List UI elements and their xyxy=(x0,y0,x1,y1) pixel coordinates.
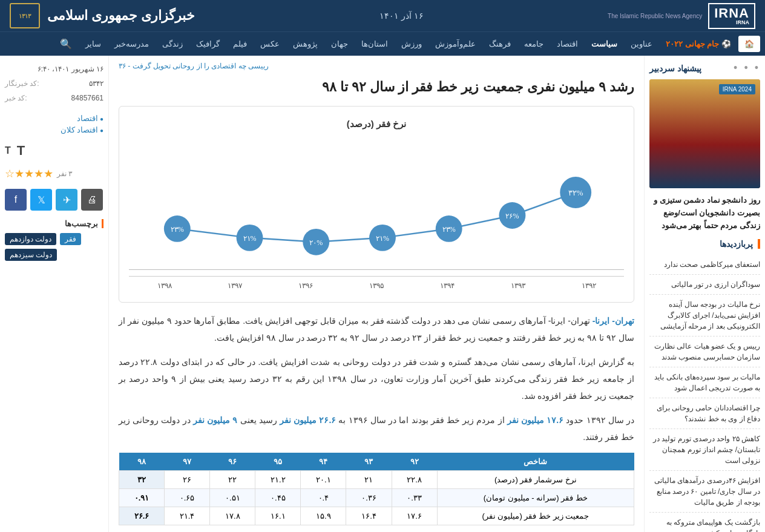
article-body2: در سال ۱۳۹۲ حدود ۱۷.۶ میلیون نفر از مردم… xyxy=(119,412,634,445)
table-cell: ۲۰.۱ xyxy=(301,471,346,489)
table-header: شاخص xyxy=(437,453,634,471)
list-item[interactable]: نرخ مالیات در بودجه سال آینده افزایش نمی… xyxy=(649,295,760,337)
table-cell: ۲۶ xyxy=(165,471,210,489)
list-item[interactable]: سوداگران ارزی در تور مالیاتی xyxy=(649,275,760,295)
search-icon[interactable]: 🔍 xyxy=(54,34,78,53)
nav-politics[interactable]: سیاست xyxy=(585,36,623,52)
list-item[interactable]: بازگشت یک هواپیمای متروکه به ناوگان هوای… xyxy=(649,513,760,532)
meta-info: ۱۶ شهریور ۱۴۰۱، ۶:۴۰ ۵۳۴۲ :کد خبرنگار 84… xyxy=(5,62,103,105)
nav-society[interactable]: جامعه xyxy=(518,36,550,52)
stars-area: ۳ نفر ★★★★☆ xyxy=(5,167,103,180)
article-lead: تهران- ایرنا- تهران- ایرنا- آمارهای رسمی… xyxy=(119,312,634,346)
table-cell: نرخ سرشمار فقر (درصد) xyxy=(437,471,634,489)
table-cell: جمعیت زیر خط فقر (میلیون نفر) xyxy=(437,507,634,525)
chart-year-label: ۱۳۹۲ xyxy=(582,281,596,290)
nav-science[interactable]: علم‌وآموزش xyxy=(429,36,482,52)
tags-container: فقر دولت دوازدهم دولت سیزدهم xyxy=(5,233,103,261)
reporter-code-value: ۵۳۴۲ xyxy=(89,76,103,91)
table-header: ۹۲ xyxy=(392,453,437,471)
nav-research[interactable]: پژوهش xyxy=(287,36,324,52)
logo: IRNA IRNA xyxy=(708,3,755,29)
table-cell: ۰.۹۱ xyxy=(119,489,165,507)
font-decrease-button[interactable]: T xyxy=(5,145,11,156)
facebook-button[interactable]: f xyxy=(5,189,27,211)
table-cell: ۰.۳۶ xyxy=(346,489,392,507)
list-item[interactable]: رییس و یک عضو هیات عالی نظارت سازمان حسا… xyxy=(649,337,760,367)
table-cell: ۰.۶۵ xyxy=(165,489,210,507)
list-item[interactable]: مالیات بر سود سپرده‌های بانکی باید به صو… xyxy=(649,367,760,398)
table-cell: ۰.۵۱ xyxy=(210,489,255,507)
svg-text:۲۳%: ۲۳% xyxy=(171,225,184,234)
nav-photo[interactable]: عکس xyxy=(254,36,286,52)
font-increase-button[interactable]: T xyxy=(17,143,25,159)
nav-headlines[interactable]: عناوین xyxy=(625,36,658,52)
category-link-2[interactable]: اقتصاد کلان xyxy=(5,124,103,136)
table-cell: ۱۶.۱ xyxy=(255,507,301,525)
table-cell: ۱۷.۶ xyxy=(392,507,437,525)
nav-economy[interactable]: اقتصاد xyxy=(551,36,584,52)
nav-culture[interactable]: فرهنگ xyxy=(483,36,517,52)
popular-list: استعفای میرکاظمی صحت ندارد سوداگران ارزی… xyxy=(649,255,760,532)
table-row: خط فقر (سرانه - میلیون تومان) ۰.۳۳ ۰.۳۶ … xyxy=(119,489,634,507)
telegram-button[interactable]: ✈ xyxy=(56,189,77,211)
right-sidebar: ۱۶ شهریور ۱۴۰۱، ۶:۴۰ ۵۳۴۲ :کد خبرنگار 84… xyxy=(0,56,109,532)
header-top: IRNA IRNA The Islamic Republic News Agen… xyxy=(0,0,765,31)
category-link-1[interactable]: اقتصاد xyxy=(5,113,103,124)
chart-year-label: ۱۳۹۷ xyxy=(228,281,242,290)
chart-year-label: ۱۳۹۴ xyxy=(440,281,455,290)
table-cell: ۲۲.۸ xyxy=(392,471,437,489)
list-item[interactable]: چرا اقتصاددانان حامی روحانی برای دفاع از… xyxy=(649,398,760,429)
tag[interactable]: دولت دوازدهم xyxy=(5,233,56,245)
table-cell: ۲۲ xyxy=(210,471,255,489)
nav-worldcup[interactable]: ⚽ جام جهانی ۲۰۲۲ xyxy=(660,36,737,52)
list-item[interactable]: افزایش ۴۶درصدی درآمدهای مالیاتی در سال ج… xyxy=(649,471,760,513)
sidebar-caption: روز دانشجو نماد دشمن ستیزی و بصیرت دانشج… xyxy=(649,194,760,232)
breadcrumb-link[interactable]: رییسی چه اقتصادی را از روحانی تحویل گرفت… xyxy=(119,62,269,70)
star-rating[interactable]: ★★★★☆ xyxy=(5,167,53,180)
nav-bar: 🏠 ⚽ جام جهانی ۲۰۲۲ عناوین سیاست اقتصاد ج… xyxy=(0,31,765,56)
table-cell: ۲۱.۲ xyxy=(255,471,301,489)
main-container: • • • پیشنهاد سردبیر IRNA 2024 آذر ۱۴۰۱ … xyxy=(0,56,765,532)
chart-year-label: ۱۳۹۵ xyxy=(369,281,384,290)
nav-life[interactable]: زندگی xyxy=(156,36,189,52)
sidebar-dots: • • • xyxy=(734,62,760,74)
list-item[interactable]: استعفای میرکاظمی صحت ندارد xyxy=(649,255,760,275)
list-item[interactable]: کاهش ۲۵ واحد درصدی تورم تولید در تابستان… xyxy=(649,429,760,471)
svg-text:۲۶%: ۲۶% xyxy=(505,212,519,220)
left-sidebar: • • • پیشنهاد سردبیر IRNA 2024 آذر ۱۴۰۱ … xyxy=(644,56,765,532)
tags-section: برچسب‌ها فقر دولت دوازدهم دولت سیزدهم xyxy=(5,219,103,261)
site-title: خبرگزاری جمهوری اسلامی xyxy=(47,8,195,24)
svg-text:۲۱%: ۲۱% xyxy=(243,234,257,243)
chart-container: نرخ فقر (درصد) ۲۳% ۲۱% ۲۰% ۲۱% xyxy=(119,106,634,303)
tag[interactable]: دولت سیزدهم xyxy=(5,249,57,261)
table-header: ۹۷ xyxy=(165,453,210,471)
nav-world[interactable]: جهان xyxy=(325,36,354,52)
main-content: رییسی چه اقتصادی را از روحانی تحویل گرفت… xyxy=(109,56,644,532)
tags-title: برچسب‌ها xyxy=(5,219,103,228)
logo-tagline: The Islamic Republic News Agency xyxy=(608,13,702,19)
nav-other[interactable]: سایر xyxy=(79,36,107,52)
nav-film[interactable]: فیلم xyxy=(227,36,253,52)
nav-home[interactable]: 🏠 xyxy=(738,36,760,52)
print-button[interactable]: 🖨 xyxy=(81,189,103,211)
table-cell: ۲۶.۶ xyxy=(119,507,165,525)
table-header: ۹۴ xyxy=(301,453,346,471)
twitter-button[interactable]: 𝕏 xyxy=(30,189,52,211)
article-title: رشد ۹ میلیون نفری جمعیت زیر خط فقر از سا… xyxy=(119,76,634,97)
table-header: ۹۶ xyxy=(210,453,255,471)
nav-school[interactable]: مدرسه‌خبر xyxy=(108,36,155,52)
svg-text:۳۲%: ۳۲% xyxy=(568,188,583,197)
data-table: شاخص ۹۲ ۹۳ ۹۴ ۹۵ ۹۶ ۹۷ ۹۸ نرخ سرشمار فقر… xyxy=(119,453,634,525)
nav-provinces[interactable]: استان‌ها xyxy=(355,36,394,52)
news-code-value: 84857661 xyxy=(71,91,103,105)
nav-sports[interactable]: ورزش xyxy=(395,36,428,52)
table-header: ۹۸ xyxy=(119,453,165,471)
chart-labels: ۱۳۹۲ ۱۳۹۳ ۱۳۹۴ ۱۳۹۵ ۱۳۹۶ ۱۳۹۷ ۱۳۹۸ xyxy=(129,276,624,290)
nav-graphic[interactable]: گرافیک xyxy=(190,36,226,52)
action-buttons: 🖨 ✈ 𝕏 f xyxy=(5,189,103,211)
chart-year-label: ۱۳۹۶ xyxy=(298,281,313,290)
font-controls: T T xyxy=(5,143,103,159)
tag[interactable]: فقر xyxy=(60,233,81,245)
sidebar-image: IRNA 2024 آذر ۱۴۰۱ xyxy=(649,79,760,188)
table-cell: ۱۶.۴ xyxy=(346,507,392,525)
